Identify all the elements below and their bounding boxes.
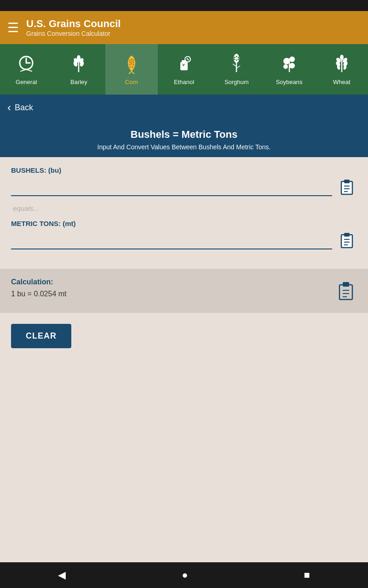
tab-sorghum-label: Sorghum [224, 79, 249, 85]
general-icon [16, 54, 36, 77]
bushels-input[interactable] [11, 178, 332, 196]
svg-point-7 [131, 58, 132, 60]
metric-tons-field-group: METRIC TONS: (mt) [11, 220, 357, 250]
svg-rect-17 [180, 62, 188, 70]
svg-point-14 [132, 64, 134, 66]
svg-rect-54 [343, 282, 349, 287]
tab-ethanol[interactable]: Ethanol [158, 44, 210, 95]
tab-soybeans-label: Soybeans [276, 79, 303, 85]
svg-point-36 [340, 55, 344, 60]
svg-point-13 [131, 63, 132, 65]
metric-tons-label: METRIC TONS: (mt) [11, 220, 357, 227]
clear-button[interactable]: CLEAR [11, 324, 71, 348]
bushels-label: BUSHELS: (bu) [11, 166, 357, 174]
svg-point-27 [238, 58, 239, 60]
svg-rect-53 [339, 285, 352, 300]
ethanol-icon [174, 54, 194, 77]
calculation-label: Calculation: [11, 278, 67, 286]
barley-icon [69, 54, 89, 77]
back-button[interactable]: ‹ [7, 101, 11, 114]
tab-corn[interactable]: Corn [105, 44, 158, 95]
svg-point-25 [234, 58, 236, 60]
bushels-row [11, 177, 357, 197]
corn-icon [121, 54, 142, 77]
soybeans-icon [279, 54, 299, 77]
app-subtitle: Grains Conversion Calculator [26, 30, 121, 37]
calculation-box: Calculation: 1 bu = 0.0254 mt [0, 269, 368, 313]
svg-point-22 [234, 57, 236, 58]
main-content: BUSHELS: (bu) equals... METRIC TONS: (mt… [0, 157, 368, 562]
svg-point-15 [129, 66, 131, 68]
tab-sorghum[interactable]: Sorghum [210, 44, 263, 95]
bottom-nav: ◀ ● ■ [0, 562, 368, 588]
tab-general-label: General [16, 79, 37, 85]
svg-point-31 [283, 58, 290, 64]
home-nav-button[interactable]: ● [171, 565, 199, 585]
calculation-text: Calculation: 1 bu = 0.0254 mt [11, 278, 67, 298]
svg-point-10 [131, 61, 132, 62]
calculation-value: 1 bu = 0.0254 mt [11, 290, 67, 298]
svg-rect-44 [344, 180, 350, 183]
svg-point-9 [129, 62, 131, 63]
tab-barley[interactable]: Barley [52, 44, 105, 95]
metric-tons-input[interactable] [11, 232, 332, 249]
status-bar [0, 0, 368, 11]
tab-soybeans[interactable]: Soybeans [263, 44, 315, 95]
tab-wheat[interactable]: Wheat [316, 44, 368, 95]
recents-nav-button[interactable]: ■ [293, 565, 321, 585]
svg-rect-48 [341, 235, 352, 248]
equals-text: equals... [13, 204, 357, 212]
wheat-icon [332, 54, 352, 77]
svg-point-41 [336, 65, 340, 70]
converter-form: BUSHELS: (bu) equals... METRIC TONS: (mt… [0, 157, 368, 269]
svg-point-24 [238, 57, 239, 58]
app-header: ☰ U.S. Grains Council Grains Conversion … [0, 11, 368, 44]
svg-rect-49 [344, 233, 350, 237]
calculation-clipboard-button[interactable] [335, 278, 357, 304]
svg-point-21 [234, 54, 239, 63]
hamburger-menu-icon[interactable]: ☰ [7, 20, 19, 35]
svg-point-16 [132, 66, 133, 68]
tab-wheat-label: Wheat [333, 79, 351, 85]
tab-corn-label: Corn [125, 79, 138, 85]
svg-rect-43 [341, 181, 352, 194]
svg-point-26 [236, 59, 237, 61]
tab-barley-label: Barley [70, 79, 87, 85]
svg-point-42 [343, 65, 347, 70]
svg-point-23 [236, 56, 237, 57]
svg-point-32 [289, 57, 295, 62]
svg-point-11 [132, 62, 134, 63]
clear-section: CLEAR [0, 313, 368, 359]
tab-ethanol-label: Ethanol [174, 79, 194, 85]
header-text: U.S. Grains Council Grains Conversion Ca… [26, 18, 121, 37]
nav-tabs: General Barley [0, 44, 368, 95]
back-label: Back [15, 103, 33, 113]
metric-tons-clipboard-button[interactable] [337, 230, 357, 250]
sorghum-icon [226, 54, 247, 77]
metric-tons-row [11, 230, 357, 250]
back-nav-button[interactable]: ◀ [47, 565, 77, 585]
bushels-field-group: BUSHELS: (bu) [11, 166, 357, 197]
svg-point-34 [289, 63, 295, 68]
back-bar: ‹ Back [0, 95, 368, 120]
converter-title: Bushels = Metric Tons [7, 129, 361, 141]
bushels-clipboard-button[interactable] [337, 177, 357, 197]
tab-general[interactable]: General [0, 44, 52, 95]
svg-point-12 [129, 64, 131, 66]
svg-point-6 [129, 59, 131, 61]
svg-point-33 [283, 64, 288, 69]
converter-header: Bushels = Metric Tons Input And Convert … [0, 120, 368, 157]
svg-point-8 [132, 59, 134, 61]
converter-subtitle: Input And Convert Values Between Bushels… [7, 143, 361, 151]
app-title: U.S. Grains Council [26, 18, 121, 30]
